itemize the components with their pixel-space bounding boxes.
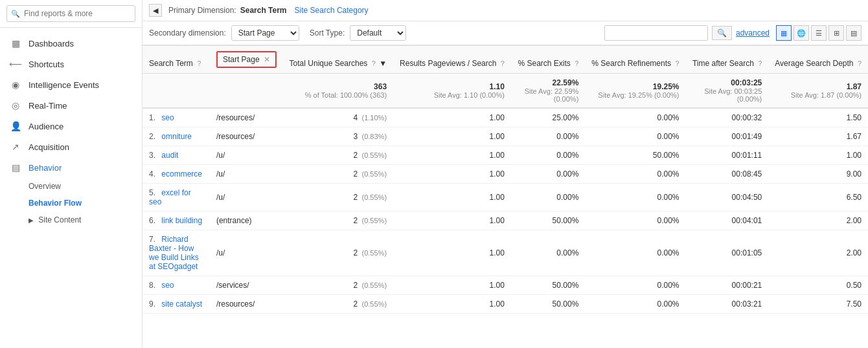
- cell-unique: 2 (0.55%): [283, 230, 393, 276]
- sidebar-sub-site-content[interactable]: ▶ Site Content: [0, 212, 142, 228]
- cell-pct-refine: 0.00%: [585, 230, 685, 276]
- cell-unique: 4 (1.10%): [283, 108, 393, 127]
- sidebar-item-audience[interactable]: 👤 Audience: [0, 116, 142, 136]
- sidebar-item-acquisition[interactable]: ↗ Acquisition: [0, 136, 142, 157]
- total-unique-help-icon[interactable]: ?: [372, 60, 376, 67]
- cell-pct-exits: 50.00%: [511, 212, 585, 230]
- pct-exits-help-icon[interactable]: ?: [575, 60, 578, 67]
- th-pct-exits: % Search Exits ?: [511, 46, 585, 74]
- search-icon: 🔍: [11, 10, 20, 18]
- cell-time-after: 00:01:49: [686, 127, 769, 146]
- cell-pct-exits: 0.00%: [511, 146, 585, 165]
- cell-pct-exits: 50.00%: [511, 276, 585, 295]
- table-search-button[interactable]: 🔍: [712, 26, 732, 40]
- search-term-link[interactable]: audit: [161, 151, 178, 160]
- expand-arrow-icon: ▶: [29, 217, 34, 224]
- sidebar-sub-overview[interactable]: Overview: [0, 178, 142, 195]
- cell-pct-refine: 0.00%: [585, 295, 685, 314]
- collapse-sidebar-button[interactable]: ◀: [149, 4, 162, 17]
- cell-avg-depth: 9.00: [768, 165, 868, 184]
- cell-search-term: 3. audit: [143, 146, 210, 165]
- cell-search-term: 7. Richard Baxter - How we Build Links a…: [143, 230, 210, 276]
- cell-unique: 2 (0.55%): [283, 184, 393, 212]
- search-term-link[interactable]: seo: [161, 113, 174, 122]
- sidebar-item-label: Audience: [29, 122, 63, 131]
- summary-pct-exits: 22.59% Site Avg: 22.59% (0.00%): [511, 74, 585, 109]
- cell-results-pv: 1.00: [393, 212, 511, 230]
- pct-refine-help-icon[interactable]: ?: [675, 60, 679, 67]
- cell-search-term: 5. excel for seo: [143, 184, 210, 212]
- summary-start-page: [210, 74, 283, 109]
- sidebar-item-intelligence[interactable]: ◉ Intelligence Events: [0, 74, 142, 95]
- sidebar-sub-label: Behavior Flow: [29, 199, 82, 208]
- table-row: 6. link building (entrance) 2 (0.55%) 1.…: [143, 212, 868, 230]
- sidebar-item-behavior[interactable]: ▤ Behavior: [0, 157, 142, 178]
- cell-start-page: /u/: [210, 184, 283, 212]
- primary-dim-search-term[interactable]: Search Term: [240, 6, 287, 15]
- view-list-button[interactable]: ☰: [811, 25, 827, 41]
- cell-avg-depth: 2.00: [768, 212, 868, 230]
- cell-unique: 2 (0.55%): [283, 146, 393, 165]
- summary-pct-refine: 19.25% Site Avg: 19.25% (0.00%): [585, 74, 685, 109]
- secondary-dimension-select[interactable]: Start Page: [231, 25, 299, 41]
- view-globe-button[interactable]: 🌐: [794, 25, 809, 41]
- search-term-link[interactable]: seo: [161, 281, 174, 290]
- cell-time-after: 00:04:50: [686, 184, 769, 212]
- cell-results-pv: 1.00: [393, 230, 511, 276]
- view-table-button[interactable]: ▦: [776, 25, 792, 41]
- start-page-close-icon[interactable]: ✕: [264, 55, 270, 64]
- search-input[interactable]: [6, 5, 135, 22]
- cell-time-after: 00:04:01: [686, 212, 769, 230]
- cell-pct-exits: 0.00%: [511, 230, 585, 276]
- avg-depth-help-icon[interactable]: ?: [858, 60, 862, 67]
- sidebar-item-dashboards[interactable]: ▦ Dashboards: [0, 33, 142, 54]
- sidebar-item-realtime[interactable]: ◎ Real-Time: [0, 95, 142, 116]
- search-term-link[interactable]: ecommerce: [161, 169, 202, 179]
- sort-type-select[interactable]: Default: [350, 25, 406, 41]
- view-custom-button[interactable]: ▤: [846, 25, 862, 41]
- search-term-link[interactable]: link building: [161, 216, 202, 225]
- cell-pct-exits: 0.00%: [511, 184, 585, 212]
- th-start-page: Start Page ✕: [210, 46, 283, 74]
- summary-unique: 363 % of Total: 100.00% (363): [283, 74, 393, 109]
- summary-results-pv: 1.10 Site Avg: 1.10 (0.00%): [393, 74, 511, 109]
- sidebar-sub-behavior-flow[interactable]: Behavior Flow: [0, 195, 142, 212]
- cell-pct-refine: 0.00%: [585, 127, 685, 146]
- sidebar-item-label: Real-Time: [29, 101, 67, 111]
- search-term-link[interactable]: site catalyst: [161, 299, 202, 309]
- cell-time-after: 00:08:45: [686, 165, 769, 184]
- cell-unique: 2 (0.55%): [283, 276, 393, 295]
- cell-search-term: 4. ecommerce: [143, 165, 210, 184]
- start-page-header-box: Start Page ✕: [216, 51, 277, 68]
- cell-time-after: 00:01:11: [686, 146, 769, 165]
- table-row: 1. seo /resources/ 4 (1.10%) 1.00 25.00%…: [143, 108, 868, 127]
- cell-start-page: /resources/: [210, 127, 283, 146]
- table-row: 4. ecommerce /u/ 2 (0.55%) 1.00 0.00% 0.…: [143, 165, 868, 184]
- table-row: 9. site catalyst /resources/ 2 (0.55%) 1…: [143, 295, 868, 314]
- cell-pct-refine: 0.00%: [585, 212, 685, 230]
- advanced-link[interactable]: advanced: [736, 28, 770, 38]
- cell-pct-exits: 0.00%: [511, 165, 585, 184]
- summary-term: [143, 74, 210, 109]
- cell-time-after: 00:03:21: [686, 295, 769, 314]
- sidebar-search-area: 🔍: [0, 0, 142, 28]
- sort-arrow-icon: ▼: [379, 59, 387, 68]
- results-pv-help-icon[interactable]: ?: [501, 60, 505, 67]
- sidebar-item-shortcuts[interactable]: ⟵ Shortcuts: [0, 54, 142, 74]
- primary-dimension-label: Primary Dimension:: [168, 6, 236, 15]
- cell-search-term: 9. site catalyst: [143, 295, 210, 314]
- cell-pct-refine: 0.00%: [585, 165, 685, 184]
- search-term-link[interactable]: omniture: [161, 132, 192, 141]
- main-content: ◀ Primary Dimension: Search Term Site Se…: [143, 0, 868, 348]
- cell-avg-depth: 7.50: [768, 295, 868, 314]
- cell-pct-refine: 0.00%: [585, 108, 685, 127]
- view-pivot-button[interactable]: ⊞: [828, 25, 844, 41]
- search-term-link[interactable]: Richard Baxter - How we Build Links at S…: [149, 235, 199, 271]
- cell-time-after: 00:00:21: [686, 276, 769, 295]
- table-search-input[interactable]: [604, 25, 708, 41]
- sidebar-item-label: Shortcuts: [29, 60, 64, 69]
- cell-pct-exits: 25.00%: [511, 108, 585, 127]
- time-after-help-icon[interactable]: ?: [758, 60, 762, 67]
- search-term-help-icon[interactable]: ?: [197, 60, 201, 67]
- primary-dim-site-search-category[interactable]: Site Search Category: [295, 6, 369, 15]
